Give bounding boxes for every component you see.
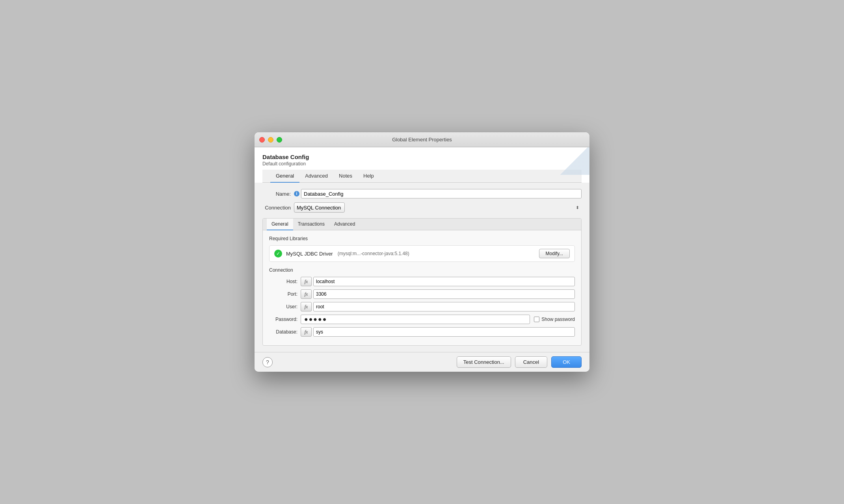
inner-tabs: General Transactions Advanced [263, 219, 581, 230]
database-input[interactable] [313, 327, 575, 337]
show-password-area: Show password [534, 317, 575, 322]
port-row: Port: fx [269, 289, 575, 299]
user-fx-button[interactable]: fx [301, 302, 312, 311]
footer-right: Test Connection... Cancel OK [457, 356, 582, 368]
connection-select[interactable]: MySQL Connection Generic Connection Orac… [294, 202, 345, 213]
driver-detail: (mysql:m...-connector-java:5.1.48) [338, 251, 539, 256]
inner-content: Required Libraries ✓ MySQL JDBC Driver (… [263, 230, 581, 345]
user-label: User: [269, 304, 301, 309]
minimize-button[interactable] [268, 137, 273, 143]
select-arrow-icon: ⬍ [576, 205, 579, 210]
name-label: Name: [262, 191, 294, 197]
connection-label: Connection [262, 205, 294, 211]
driver-name: MySQL JDBC Driver [286, 251, 333, 257]
port-label: Port: [269, 291, 301, 297]
library-row: ✓ MySQL JDBC Driver (mysql:m...-connecto… [269, 245, 575, 262]
tab-advanced[interactable]: Advanced [299, 170, 333, 183]
inner-panel: General Transactions Advanced Required L… [262, 218, 582, 346]
main-tabs: General Advanced Notes Help [262, 170, 582, 183]
ok-button[interactable]: OK [551, 356, 582, 368]
connection-section-title: Connection [269, 267, 575, 273]
host-input[interactable] [313, 277, 575, 286]
inner-tab-general[interactable]: General [267, 219, 293, 230]
port-fx-button[interactable]: fx [301, 289, 312, 299]
body-area: Name: i Connection MySQL Connection Gene… [255, 183, 589, 352]
host-row: Host: fx [269, 277, 575, 286]
tab-notes[interactable]: Notes [333, 170, 358, 183]
user-input[interactable] [313, 302, 575, 311]
show-password-label: Show password [541, 317, 575, 322]
title-bar: Global Element Properties [255, 132, 589, 147]
connection-select-wrapper: MySQL Connection Generic Connection Orac… [294, 202, 582, 213]
password-label: Password: [269, 317, 301, 322]
header-area: Database Config Default configuration Ge… [255, 147, 589, 183]
name-input[interactable] [301, 189, 582, 198]
traffic-lights [259, 137, 282, 143]
inner-tab-transactions[interactable]: Transactions [293, 219, 329, 230]
check-icon: ✓ [274, 250, 282, 258]
port-input[interactable] [313, 289, 575, 299]
test-connection-button[interactable]: Test Connection... [457, 356, 511, 368]
database-label: Database: [269, 329, 301, 335]
host-label: Host: [269, 279, 301, 284]
help-button[interactable]: ? [262, 357, 273, 367]
tab-help[interactable]: Help [358, 170, 379, 183]
host-fx-button[interactable]: fx [301, 277, 312, 286]
database-row: Database: fx [269, 327, 575, 337]
show-password-checkbox[interactable] [534, 317, 539, 322]
footer-left: ? [262, 357, 273, 367]
tab-general[interactable]: General [270, 170, 299, 183]
database-fx-button[interactable]: fx [301, 327, 312, 337]
maximize-button[interactable] [277, 137, 282, 143]
inner-tab-advanced[interactable]: Advanced [329, 219, 360, 230]
footer: ? Test Connection... Cancel OK [255, 352, 589, 372]
close-button[interactable] [259, 137, 265, 143]
corner-decoration [558, 147, 589, 175]
connection-row: Connection MySQL Connection Generic Conn… [262, 202, 582, 213]
name-row: Name: i [262, 189, 582, 198]
password-field[interactable]: ●●●●● [301, 315, 530, 324]
window-title: Global Element Properties [392, 137, 452, 143]
password-row: Password: ●●●●● Show password [269, 315, 575, 324]
info-icon: i [294, 191, 299, 196]
required-libraries-title: Required Libraries [269, 236, 575, 241]
main-window: Global Element Properties Database Confi… [255, 132, 589, 372]
user-row: User: fx [269, 302, 575, 311]
dialog-title: Database Config [262, 154, 582, 160]
cancel-button[interactable]: Cancel [515, 356, 547, 368]
modify-button[interactable]: Modify... [539, 249, 570, 258]
dialog-subtitle: Default configuration [262, 161, 582, 167]
